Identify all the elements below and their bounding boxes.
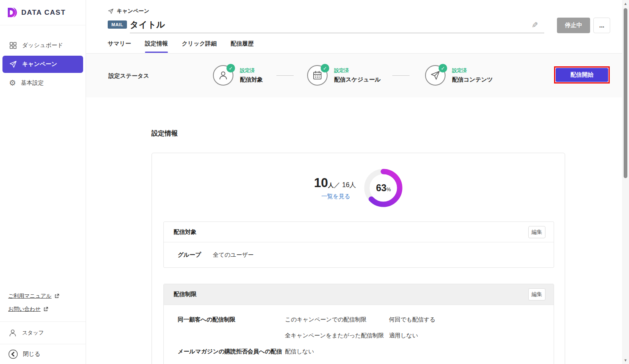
percent-value: 63	[376, 183, 387, 194]
delivery-stats: 10人／ 16人 一覧を見る 63	[152, 169, 565, 207]
sidebar-item-label: 基本設定	[21, 79, 44, 87]
sidebar-item-label: キャンペーン	[22, 61, 57, 68]
header: キャンペーン MAIL タイトル ✎ 停止中 ... サマリー 設定情報 クリッ…	[86, 0, 622, 54]
donut-percent-label: 63 %	[364, 169, 403, 207]
step-status: 設定済	[452, 67, 493, 74]
restriction-value: 何回でも配信する	[389, 316, 435, 323]
staff-label: スタッフ	[22, 329, 44, 337]
collapse-sidebar-button[interactable]: 閉じる	[0, 344, 86, 364]
percent-unit: %	[387, 187, 391, 192]
sidebar-item-dashboard[interactable]: ダッシュボード	[0, 36, 86, 55]
tab-settings-info[interactable]: 設定情報	[145, 40, 168, 53]
sidebar-nav: ダッシュボード キャンペーン ⚙ 基本設定	[0, 36, 86, 93]
view-list-link[interactable]: 一覧を見る	[321, 193, 351, 200]
target-row-value: 全てのユーザー	[213, 251, 253, 259]
breadcrumb-label: キャンペーン	[117, 7, 149, 15]
main-content: 設定情報 10人／ 16人 一覧を見る	[86, 97, 622, 364]
delivery-restriction-section: 配信制限 編集 同一顧客への配信制限 このキャンペーンでの配信制限 何回でも配信…	[163, 284, 554, 364]
manual-link[interactable]: ご利用マニュアル	[0, 289, 86, 303]
external-link-icon	[43, 307, 48, 312]
scrollbar-thumb[interactable]	[624, 8, 627, 178]
red-highlight-box: 配信開始	[554, 66, 610, 84]
step-circle: ✓	[213, 65, 233, 86]
edit-restriction-button[interactable]: 編集	[528, 288, 545, 301]
restriction-key: 配信しない	[285, 348, 389, 355]
chevron-left-circle-icon	[8, 349, 18, 359]
delivery-count: 10人／ 16人	[314, 176, 356, 190]
section-title: 配信対象	[174, 228, 197, 236]
count-separator: ／	[334, 181, 340, 188]
setting-status-bar: 設定ステータス ✓ 設定済 配信対象	[86, 54, 622, 97]
more-options-button[interactable]: ...	[593, 18, 610, 33]
status-step-schedule: ✓ 設定済 配信スケジュール	[307, 65, 381, 86]
sidebar-footer: ご利用マニュアル お問い合わせ スタッフ	[0, 289, 86, 364]
campaign-title-input[interactable]: タイトル	[130, 19, 165, 30]
page-title: 設定情報	[152, 129, 178, 138]
scroll-up-arrow[interactable]: ▲	[622, 2, 629, 6]
step-name: 配信コンテンツ	[452, 76, 493, 84]
check-icon: ✓	[321, 64, 329, 72]
manual-link-label[interactable]: ご利用マニュアル	[8, 292, 52, 300]
target-row-label: グループ	[178, 251, 213, 259]
target-row: グループ 全てのユーザー	[164, 242, 554, 268]
person-icon	[8, 328, 17, 337]
restriction-label: 同一顧客への配信制限	[178, 316, 285, 323]
status-bar-label: 設定ステータス	[109, 72, 149, 80]
progress-donut-chart: 63 %	[364, 169, 403, 207]
restriction-row: 全キャンペーンをまたがった配信制限 適用しない	[164, 328, 554, 344]
tab-delivery-history[interactable]: 配信履歴	[231, 40, 253, 53]
restriction-key: 全キャンペーンをまたがった配信制限	[285, 332, 389, 339]
step-name: 配信スケジュール	[334, 76, 381, 84]
tab-summary[interactable]: サマリー	[108, 40, 131, 53]
scroll-down-arrow[interactable]: ▼	[622, 358, 629, 362]
restriction-value: 適用しない	[389, 332, 418, 339]
calendar-icon	[312, 70, 323, 81]
logo[interactable]: DATA CAST	[0, 0, 86, 25]
sidebar-item-label: ダッシュボード	[22, 42, 63, 49]
total-count: 16人	[342, 181, 356, 188]
check-icon: ✓	[439, 64, 447, 72]
vertical-scrollbar[interactable]: ▲ ▼	[622, 0, 629, 364]
restriction-row: メールマガジンの購読拒否会員への配信 配信しない	[164, 344, 554, 359]
gear-icon: ⚙	[9, 79, 16, 87]
step-separator	[276, 75, 294, 76]
contact-link[interactable]: お問い合わせ	[0, 303, 86, 316]
restriction-row: 同一顧客への配信制限 このキャンペーンでの配信制限 何回でも配信する	[164, 312, 554, 328]
edit-target-button[interactable]: 編集	[528, 226, 545, 238]
count-unit: 人	[328, 182, 334, 188]
step-circle: ✓	[425, 65, 446, 86]
step-separator	[392, 75, 410, 76]
step-status: 設定済	[334, 67, 381, 74]
sidebar-item-campaign[interactable]: キャンペーン	[2, 56, 83, 73]
section-title: 配信制限	[174, 291, 197, 298]
mail-type-badge: MAIL	[108, 20, 127, 29]
restriction-label: メールマガジンの購読拒否会員への配信	[178, 348, 285, 355]
stopped-status-button[interactable]: 停止中	[557, 18, 590, 33]
start-delivery-button[interactable]: 配信開始	[556, 68, 608, 82]
restriction-key: このキャンペーンでの配信制限	[285, 316, 389, 323]
logo-text: DATA CAST	[21, 9, 66, 17]
step-status: 設定済	[240, 67, 263, 74]
tab-click-detail[interactable]: クリック詳細	[182, 40, 217, 53]
staff-account[interactable]: スタッフ	[0, 322, 86, 344]
person-icon	[218, 70, 229, 81]
status-step-content: ✓ 設定済 配信コンテンツ	[425, 65, 493, 86]
breadcrumb[interactable]: キャンペーン	[108, 7, 149, 15]
send-icon	[9, 60, 17, 68]
tab-bar: サマリー 設定情報 クリック詳細 配信履歴	[108, 40, 253, 53]
send-icon	[108, 8, 114, 14]
step-circle: ✓	[307, 65, 328, 86]
status-step-target: ✓ 設定済 配信対象	[213, 65, 263, 86]
delivered-count: 10	[314, 176, 328, 190]
sidebar: DATA CAST ダッシュボード キャンペーン	[0, 0, 86, 364]
contact-link-label[interactable]: お問い合わせ	[8, 305, 41, 313]
title-input-underline	[130, 33, 544, 33]
edit-title-pencil-icon[interactable]: ✎	[532, 20, 538, 30]
delivery-target-section: 配信対象 編集 グループ 全てのユーザー	[163, 222, 554, 268]
send-icon	[430, 70, 441, 81]
datacast-logo-icon	[7, 7, 18, 18]
sidebar-item-settings[interactable]: ⚙ 基本設定	[0, 74, 86, 93]
step-name: 配信対象	[240, 76, 263, 84]
settings-card: 10人／ 16人 一覧を見る 63	[152, 153, 565, 364]
dashboard-grid-icon	[9, 41, 17, 50]
